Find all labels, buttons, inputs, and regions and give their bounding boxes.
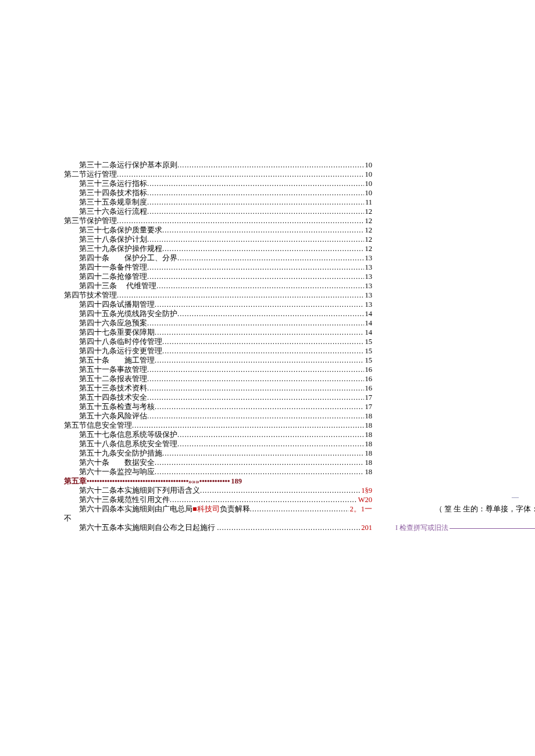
toc-row: 第六十一条监控与响应18 — [64, 467, 372, 476]
toc-page: 14 — [364, 328, 373, 337]
review-pane-spellcheck: I 检查拼写或旧法 — [395, 523, 535, 533]
toc-label: 第五十九条安全防护措施 — [79, 449, 162, 458]
toc-label: 第六十二条本实施细则下列用语含义 — [79, 486, 200, 495]
toc-label: 第二节运行管理 — [64, 170, 117, 179]
toc-row: 第二节运行管理10 — [64, 170, 372, 179]
leader-dots — [147, 393, 364, 402]
toc-page: 10 — [364, 179, 373, 188]
rule-line — [450, 528, 535, 529]
leader-dots — [155, 328, 364, 337]
document-page: 第三十二条运行保护基本原则10第二节运行管理10第三十三条运行指标10第三十四条… — [0, 0, 535, 756]
chapter-page: 189 — [230, 476, 242, 486]
toc-label: 第六十四条本实施细则由广电总局■科技司负责解释 — [79, 504, 250, 514]
leader-dots — [250, 504, 349, 514]
toc-row: 第三十六条运行流程12 — [64, 207, 372, 216]
toc-label: 第三十九条保护操作规程 — [79, 244, 162, 253]
toc-page: 12 — [364, 225, 373, 235]
toc-row: 第五十九条安全防护措施18 — [64, 449, 372, 458]
toc-row: 第六十二条本实施细则下列用语含义1§9 — [64, 486, 372, 495]
toc-row: 第五十八条信息系统安全管理18 — [64, 439, 372, 449]
toc-page: 17 — [364, 402, 373, 411]
toc-row: 第三十八条保护计划12 — [64, 235, 372, 244]
leader-dots — [147, 272, 364, 281]
toc-label: 第三十七条保护质量要求 — [79, 225, 162, 235]
toc-label: 第三十二条运行保护基本原则 — [79, 160, 177, 170]
toc-label: 第三十五条规章制度 — [79, 198, 147, 207]
toc-page: 14 — [364, 309, 373, 318]
toc-page: 13 — [364, 281, 373, 291]
toc-label: 第五十八条信息系统安全管理 — [79, 439, 177, 449]
toc-page: 12 — [364, 235, 373, 244]
chapter-5-heading: 第五章 ••••••••••••••••••••••••••••••••••••… — [64, 476, 372, 486]
toc-label: 第四十九条运行变更管理 — [79, 346, 162, 356]
toc-label: 第三十八条保护计划 — [79, 235, 147, 244]
toc-row: 第六十三条规范性引用文件W20 — [64, 495, 372, 504]
chapter-prefix: 第五章 — [64, 476, 87, 486]
leader-dots — [177, 309, 364, 318]
toc-row: 第四十二条抢修管理13 — [64, 272, 372, 281]
toc-page: 18 — [364, 458, 373, 467]
wrapped-continuation: 不 — [64, 514, 72, 524]
leader-dots — [155, 458, 364, 467]
toc-row: 第五十三条技术资料16 — [64, 384, 372, 393]
toc-row: 第三十五条规章制度11 — [64, 198, 372, 207]
leader-dots — [147, 235, 364, 244]
leader-dots — [147, 179, 364, 188]
toc-page: 12 — [364, 216, 373, 225]
toc-label: 第五十五条检查与考核 — [79, 402, 155, 411]
toc-row: 第四十一条备件管理13 — [64, 263, 372, 272]
toc-row: 第三十七条保护质量要求12 — [64, 225, 372, 235]
toc-page: 10 — [364, 188, 373, 198]
toc-row: 第四十八条临时停传管理15 — [64, 337, 372, 346]
leader-dots — [147, 263, 364, 272]
revision-mark-icon: ■ — [192, 505, 197, 513]
leader-dots — [177, 160, 364, 170]
toc-label: 第三十六条运行流程 — [79, 207, 147, 216]
leader-dots — [117, 291, 364, 300]
toc-label: 第三十三条运行指标 — [79, 179, 147, 188]
toc-label: 第四十二条抢修管理 — [79, 272, 147, 281]
toc-row: 第三十九条保护操作规程12 — [64, 244, 372, 253]
leader-dots — [147, 411, 364, 421]
leader-dots — [177, 439, 364, 449]
toc-page: 13 — [364, 272, 373, 281]
leader-dots — [217, 523, 360, 532]
leader-dots — [162, 346, 364, 356]
toc-row: 第四十七条重要保障期14 — [64, 328, 372, 337]
toc-row: 第五十五条检查与考核17 — [64, 402, 372, 411]
toc-row: 第四十四条试播期管理13 — [64, 300, 372, 309]
toc-label: 第六十条 数据安全 — [79, 458, 155, 467]
toc-page: 10 — [364, 160, 373, 170]
toc-row: 第五十四条技术安全17 — [64, 393, 372, 402]
chapter-fill: ••••••••••••••••••••••••••••••••••••••••… — [87, 476, 230, 486]
leader-dots — [162, 244, 364, 253]
toc-row: 第三十四条技术指标10 — [64, 188, 372, 198]
toc-page: 18 — [364, 449, 373, 458]
toc-page: 2。1一 — [349, 504, 373, 514]
toc-page: 16 — [364, 384, 373, 393]
toc-label: 第五十二条报表管理 — [79, 374, 147, 384]
toc-page: 16 — [364, 374, 373, 384]
leader-dots — [155, 467, 364, 476]
toc-row: 第四十三条 代维管理13 — [64, 281, 372, 291]
leader-dots — [162, 337, 364, 346]
toc-label: 第六十三条规范性引用文件 — [79, 495, 170, 504]
revision-balloon-text: （ 篁 生 生的：尊单接，字体：宋体，五号，非船斜， — [435, 504, 535, 514]
toc-page: 14 — [364, 318, 373, 328]
leader-dots — [147, 318, 364, 328]
table-of-contents: 第三十二条运行保护基本原则10第二节运行管理10第三十三条运行指标10第三十四条… — [64, 160, 372, 514]
toc-row: 第五十二条报表管理16 — [64, 374, 372, 384]
toc-page: 18 — [364, 411, 373, 421]
toc-page: 18 — [364, 467, 373, 476]
leader-dots — [117, 170, 364, 179]
leader-dots — [200, 486, 360, 495]
leader-dots — [155, 356, 364, 365]
toc-label: 第五十四条技术安全 — [79, 393, 147, 402]
toc-page: 13 — [364, 263, 373, 272]
leader-dots — [177, 253, 364, 263]
toc-label: 第五十一条事故管理 — [79, 365, 147, 374]
toc-row: 第五十一条事故管理16 — [64, 365, 372, 374]
toc-label: 第四十条 保护分工、分界 — [79, 253, 177, 263]
toc-page: 17 — [364, 393, 373, 402]
toc-page: 18 — [364, 439, 373, 449]
